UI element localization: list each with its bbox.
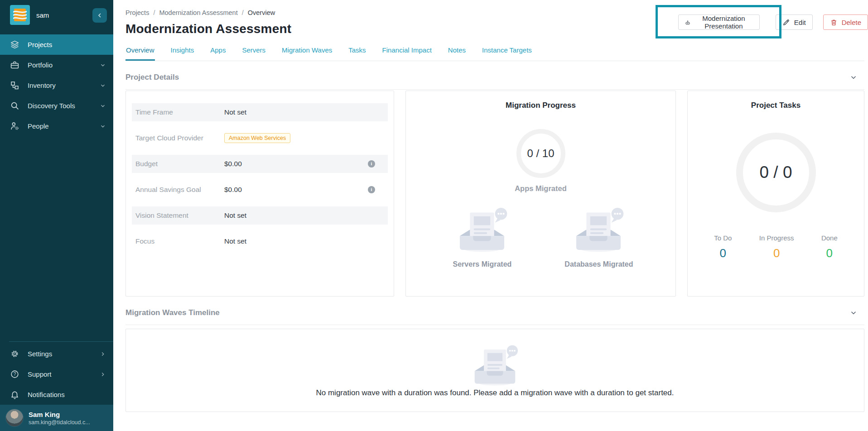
- bell-icon: [10, 390, 19, 399]
- chevron-down-icon: [100, 62, 106, 68]
- gear-icon: [10, 349, 19, 359]
- project-details-card: Time Frame Not set Target Cloud Provider…: [125, 91, 394, 297]
- profile-email: sam.king@tidalcloud.c...: [29, 419, 90, 426]
- project-details-section-header: Project Details: [125, 73, 864, 90]
- org-name: sam: [36, 11, 49, 19]
- detail-label: Focus: [135, 237, 224, 245]
- sidebar-item-people[interactable]: People: [0, 116, 113, 136]
- sidebar-item-notifications[interactable]: Notifications: [0, 384, 113, 405]
- tidal-logo-icon: [12, 7, 28, 23]
- sidebar: sam Projects Portfolio Inventory: [0, 0, 113, 431]
- pencil-icon: [782, 19, 790, 26]
- donut-value: 0 / 0: [760, 163, 792, 182]
- aws-badge[interactable]: Amazon Web Services: [224, 133, 290, 143]
- sidebar-item-support[interactable]: ? Support: [0, 364, 113, 384]
- donut-value: 0 / 10: [527, 147, 554, 160]
- sidebar-item-projects[interactable]: Projects: [0, 34, 113, 55]
- main-content: Projects / Modernization Assessment / Ov…: [113, 0, 868, 431]
- sidebar-item-label: People: [28, 122, 100, 130]
- sidebar-item-label: Notifications: [28, 391, 106, 398]
- detail-value: $0.00: [224, 186, 242, 194]
- tab-notes[interactable]: Notes: [448, 46, 466, 61]
- search-icon: [10, 101, 19, 110]
- user-profile[interactable]: Sam King sam.king@tidalcloud.c...: [0, 405, 113, 431]
- project-tasks-card: Project Tasks 0 / 0 To Do 0 In Progress …: [687, 91, 864, 297]
- detail-row-budget: Budget $0.00 i: [132, 155, 388, 173]
- tab-financial-impact[interactable]: Financial Impact: [382, 46, 432, 61]
- empty-state-label: Databases Migrated: [564, 260, 633, 268]
- chevron-down-icon: [100, 123, 106, 129]
- tab-instance-targets[interactable]: Instance Targets: [482, 46, 532, 61]
- sidebar-spacer: [0, 136, 113, 341]
- detail-label: Vision Statement: [135, 211, 224, 220]
- empty-inbox-icon: [448, 206, 516, 253]
- info-icon[interactable]: i: [368, 186, 375, 193]
- card-title: Project Tasks: [688, 101, 864, 110]
- empty-state-label: Servers Migrated: [448, 260, 516, 268]
- detail-value: Not set: [224, 237, 246, 245]
- sidebar-item-discovery-tools[interactable]: Discovery Tools: [0, 96, 113, 116]
- chevron-down-icon: [100, 103, 106, 109]
- stat-label: To Do: [714, 234, 732, 242]
- chevron-right-icon: [100, 371, 106, 378]
- chevron-down-icon[interactable]: [849, 309, 858, 317]
- chevron-left-icon: [96, 12, 103, 19]
- breadcrumb-project-name[interactable]: Modernization Assessment: [159, 9, 237, 16]
- export-presentation-icon: [685, 19, 690, 26]
- hierarchy-icon: [10, 81, 19, 90]
- header-actions: Modernization Presentation Edit Delete: [678, 14, 868, 30]
- detail-value: Not set: [224, 108, 246, 116]
- stat-value: 0: [821, 246, 838, 260]
- chevron-down-icon[interactable]: [849, 73, 858, 81]
- avatar: [5, 409, 24, 427]
- tab-bar: Overview Insights Apps Servers Migration…: [125, 46, 864, 61]
- donut-caption: Apps Migrated: [406, 184, 675, 193]
- modernization-presentation-button[interactable]: Modernization Presentation: [678, 14, 760, 30]
- migration-empty-states: Servers Migrated: [406, 206, 675, 268]
- briefcase-icon: [10, 60, 19, 70]
- chevron-right-icon: [100, 351, 106, 357]
- tab-overview[interactable]: Overview: [125, 46, 155, 61]
- detail-row-focus: Focus Not set: [132, 232, 388, 250]
- tab-migration-waves[interactable]: Migration Waves: [281, 46, 333, 61]
- databases-migrated-empty: Databases Migrated: [564, 206, 633, 268]
- stat-to-do: To Do 0: [714, 234, 732, 260]
- servers-migrated-empty: Servers Migrated: [448, 206, 516, 268]
- detail-label: Time Frame: [135, 108, 224, 116]
- apps-migrated-donut: 0 / 10: [516, 129, 565, 178]
- edit-button[interactable]: Edit: [776, 14, 813, 30]
- tab-insights[interactable]: Insights: [170, 46, 195, 61]
- sidebar-item-settings[interactable]: Settings: [0, 344, 113, 364]
- trash-icon: [830, 19, 838, 26]
- svg-text:?: ?: [14, 372, 16, 377]
- detail-label: Target Cloud Provider: [135, 134, 224, 142]
- tidal-logo[interactable]: [10, 5, 30, 25]
- tab-tasks[interactable]: Tasks: [348, 46, 366, 61]
- detail-row-annual-savings-goal: Annual Savings Goal $0.00 i: [132, 181, 388, 199]
- info-icon[interactable]: i: [368, 160, 375, 168]
- breadcrumb-current: Overview: [248, 9, 275, 16]
- detail-row-time-frame: Time Frame Not set: [132, 103, 388, 121]
- sidebar-item-portfolio[interactable]: Portfolio: [0, 55, 113, 75]
- sidebar-collapse-button[interactable]: [92, 8, 107, 23]
- detail-value: $0.00: [224, 160, 242, 168]
- stat-label: In Progress: [759, 234, 794, 242]
- section-title: Project Details: [125, 73, 179, 82]
- breadcrumb-projects[interactable]: Projects: [125, 9, 149, 16]
- detail-label: Annual Savings Goal: [135, 186, 224, 194]
- stat-label: Done: [821, 234, 838, 242]
- sidebar-item-inventory[interactable]: Inventory: [0, 75, 113, 96]
- breadcrumb-separator: /: [153, 9, 155, 16]
- stat-value: 0: [759, 246, 794, 260]
- tab-apps[interactable]: Apps: [210, 46, 226, 61]
- detail-label: Budget: [135, 160, 224, 168]
- sidebar-item-label: Inventory: [28, 81, 100, 89]
- stat-done: Done 0: [821, 234, 838, 260]
- tab-servers[interactable]: Servers: [241, 46, 266, 61]
- timeline-empty-message: No migration wave with a duration was fo…: [316, 388, 674, 397]
- person-gear-icon: [10, 121, 19, 131]
- stat-in-progress: In Progress 0: [759, 234, 794, 260]
- sidebar-item-label: Support: [28, 370, 100, 378]
- delete-button[interactable]: Delete: [823, 14, 868, 30]
- chevron-down-icon: [100, 82, 106, 89]
